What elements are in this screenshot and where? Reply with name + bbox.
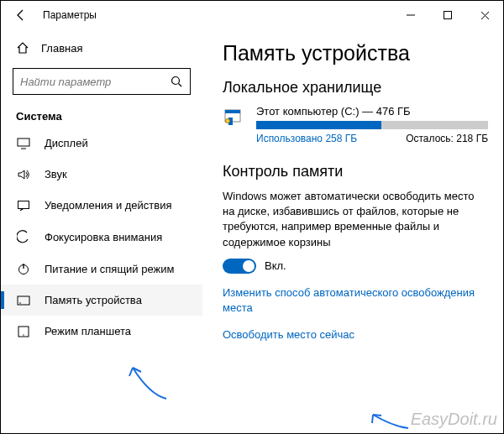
sidebar-item-label: Уведомления и действия (45, 199, 172, 212)
used-label: Использовано 258 ГБ (256, 133, 357, 144)
svg-point-16 (226, 119, 230, 123)
svg-rect-6 (18, 201, 29, 208)
link-free-space-now[interactable]: Освободить место сейчас (223, 327, 488, 342)
svg-rect-14 (225, 110, 240, 113)
sidebar-item-label: Звук (45, 168, 67, 180)
storage-bar-used (256, 121, 381, 129)
close-button[interactable] (466, 3, 503, 28)
drive-name: Этот компьютер (C:) — 476 ГБ (256, 105, 488, 118)
svg-rect-4 (18, 139, 29, 146)
window-title: Параметры (43, 9, 97, 21)
search-icon (171, 76, 183, 88)
sidebar-item-label: Память устройства (45, 294, 142, 306)
sidebar-item-label: Режим планшета (45, 325, 131, 337)
sidebar-item-label: Питание и спящий режим (45, 263, 174, 275)
search-box[interactable] (13, 68, 191, 95)
drive-icon (223, 105, 246, 144)
search-input[interactable] (20, 76, 171, 88)
svg-point-12 (23, 334, 24, 335)
drive-row[interactable]: Этот компьютер (C:) — 476 ГБ Использован… (223, 105, 488, 144)
sidebar-item-display[interactable]: Дисплей (1, 128, 202, 159)
storage-sense-header: Контроль памяти (223, 163, 488, 180)
back-button[interactable] (9, 8, 33, 22)
titlebar: Параметры (1, 1, 503, 29)
sidebar-item-tablet[interactable]: Режим планшета (1, 316, 202, 347)
sidebar-section-header: Система (1, 105, 202, 128)
sidebar-item-power[interactable]: Питание и спящий режим (1, 253, 202, 285)
sound-icon (16, 169, 31, 180)
toggle-label: Вкл. (265, 259, 286, 272)
sidebar-item-notifications[interactable]: Уведомления и действия (1, 190, 202, 221)
display-icon (16, 138, 31, 149)
maximize-button[interactable] (429, 3, 466, 28)
svg-point-2 (172, 76, 180, 84)
tablet-icon (16, 326, 31, 337)
svg-rect-1 (444, 12, 452, 19)
sidebar-nav: Дисплей Звук Уведомления и действия Фоку… (1, 128, 202, 347)
sidebar-home-label: Главная (41, 42, 82, 55)
page-title: Память устройства (223, 41, 488, 65)
sidebar-item-storage[interactable]: Память устройства (1, 285, 202, 316)
power-icon (16, 262, 31, 275)
focus-icon (16, 230, 31, 243)
link-change-auto-free[interactable]: Изменить способ автоматического освобожд… (223, 286, 475, 314)
local-storage-header: Локальное хранилище (223, 79, 488, 97)
window-controls (392, 3, 503, 28)
storage-sense-description: Windows может автоматически освободить м… (223, 189, 488, 250)
free-label: Осталось: 218 ГБ (406, 133, 488, 144)
sidebar-item-focus[interactable]: Фокусировка внимания (1, 221, 202, 253)
home-icon (16, 41, 29, 55)
sidebar-home[interactable]: Главная (1, 36, 202, 60)
sidebar-item-label: Фокусировка внимания (45, 231, 162, 243)
svg-rect-9 (18, 296, 29, 305)
sidebar-item-label: Дисплей (45, 137, 88, 149)
storage-icon (16, 295, 31, 306)
drive-info: Этот компьютер (C:) — 476 ГБ Использован… (256, 105, 488, 144)
svg-point-10 (19, 302, 21, 304)
sidebar: Главная Система Дисплей Звук (1, 29, 202, 433)
settings-window: Параметры Главная (0, 0, 504, 434)
svg-line-3 (179, 83, 182, 86)
content-pane: Память устройства Локальное хранилище Эт… (202, 29, 503, 433)
notifications-icon (16, 200, 31, 212)
sidebar-item-sound[interactable]: Звук (1, 159, 202, 190)
storage-sense-toggle[interactable] (223, 259, 256, 274)
minimize-button[interactable] (392, 3, 429, 28)
storage-bar (256, 121, 488, 129)
